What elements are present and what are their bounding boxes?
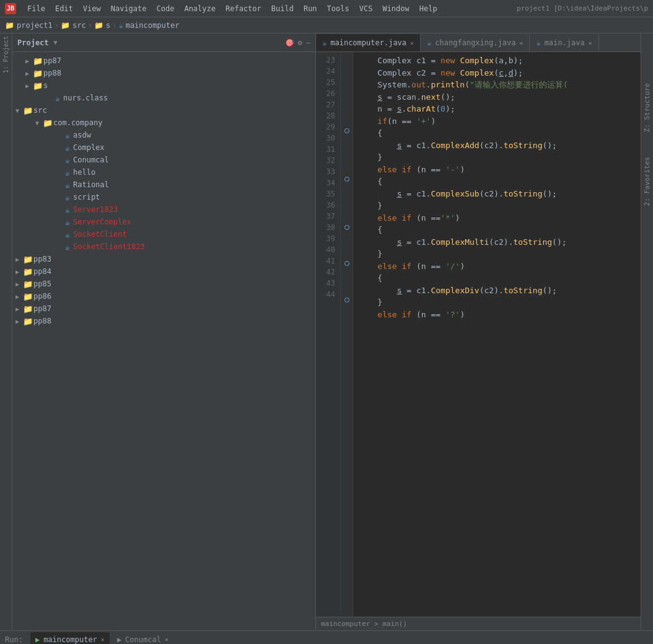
tree-label-src: src xyxy=(33,106,47,115)
tree-label-pp83: pp83 xyxy=(33,255,51,263)
menu-window[interactable]: Window xyxy=(377,3,414,14)
main-layout: 1: Project Project ▼ 🎯 ⚙ — ▶ 📁 pp87 ▶ 📁 xyxy=(0,33,653,630)
folder-icon-s: 📁 xyxy=(32,81,43,90)
menu-edit[interactable]: Edit xyxy=(50,3,78,14)
class-icon-asdw: ☕ xyxy=(62,131,73,140)
tree-item-server1823[interactable]: ☕ Server1823 xyxy=(12,203,315,216)
folder-icon-src: 📁 xyxy=(22,106,33,115)
breadcrumb-project[interactable]: 📁 project1 xyxy=(5,21,53,30)
tree-item-socketclient[interactable]: ☕ SocketClient xyxy=(12,228,315,240)
sidebar-label-favorites[interactable]: 2: Favorites xyxy=(643,157,651,206)
tree-item-complex[interactable]: ☕ Complex xyxy=(12,141,315,154)
class-icon-hello: ☕ xyxy=(62,168,73,177)
locate-icon[interactable]: 🎯 xyxy=(285,38,294,47)
tree-item-script[interactable]: ☕ script xyxy=(12,191,315,203)
folder-icon-pp83: 📁 xyxy=(22,255,33,264)
code-line-28: if(n == '+') xyxy=(358,115,636,128)
run-tab-maincomputer[interactable]: ▶ maincomputer ✕ xyxy=(30,632,110,645)
tree-label-pp84: pp84 xyxy=(33,267,51,276)
tree-item-s[interactable]: ▶ 📁 s xyxy=(12,79,315,92)
tree-item-pp85[interactable]: ▶ 📁 pp85 xyxy=(12,278,315,290)
menu-refactor[interactable]: Refactor xyxy=(221,3,266,14)
tree-label-servercomplex: ServerComplex xyxy=(73,218,131,226)
tree-item-pp87-top[interactable]: ▶ 📁 pp87 xyxy=(12,55,315,67)
tree-item-socketclient1823[interactable]: ☕ SocketClient1823 xyxy=(12,240,315,253)
menu-tools[interactable]: Tools xyxy=(322,3,354,14)
settings-icon[interactable]: ⚙ xyxy=(298,38,302,47)
code-line-25: System.out.println("请输入你想要进行的运算( xyxy=(358,79,636,91)
tree-item-com-company[interactable]: ▼ 📁 com.company xyxy=(12,117,315,129)
tab-maincomputer-icon: ☕ xyxy=(322,38,326,47)
code-editor[interactable]: Complex c1 = new Complex(a,b); Complex c… xyxy=(353,52,641,617)
code-line-43: } xyxy=(358,296,636,309)
tab-changfangxing[interactable]: ☕ changfangxing.java ✕ xyxy=(421,34,530,51)
tree-item-hello[interactable]: ☕ hello xyxy=(12,166,315,179)
src-folder-icon: 📁 xyxy=(61,21,70,30)
run-tab-conumcal[interactable]: ▶ Conumcal ✕ xyxy=(112,632,173,645)
tree-item-src[interactable]: ▼ 📁 src xyxy=(12,104,315,117)
folder-icon-pp86: 📁 xyxy=(22,292,33,301)
tab-maincomputer[interactable]: ☕ maincomputer.java ✕ xyxy=(316,34,421,51)
tree-item-pp83[interactable]: ▶ 📁 pp83 xyxy=(12,253,315,265)
tree-label-s: s xyxy=(43,81,48,90)
tree-item-servercomplex[interactable]: ☕ ServerComplex xyxy=(12,216,315,228)
class-icon-socketclient1823: ☕ xyxy=(62,242,73,252)
editor-breadcrumb: maincomputer > main() xyxy=(316,617,641,630)
tree-label-pp88-bottom: pp88 xyxy=(33,317,51,325)
project-tree: ▶ 📁 pp87 ▶ 📁 pp88 ▶ 📁 s ☕ nurs.class xyxy=(12,52,315,630)
tree-item-pp88-top[interactable]: ▶ 📁 pp88 xyxy=(12,67,315,79)
menu-help[interactable]: Help xyxy=(414,3,442,14)
menu-analyze[interactable]: Analyze xyxy=(179,3,221,14)
breadcrumb-sep3: › xyxy=(112,21,116,30)
tree-item-rational[interactable]: ☕ Rational xyxy=(12,179,315,191)
menu-build[interactable]: Build xyxy=(266,3,299,14)
breadcrumb-src[interactable]: 📁 src xyxy=(61,21,86,30)
line-numbers: 23 24 25 26 27 28 29 30 31 32 33 34 35 3… xyxy=(316,52,341,617)
run-label: Run: xyxy=(5,635,23,644)
tree-label-pp86: pp86 xyxy=(33,292,51,301)
code-line-27: n = s.charAt(0); xyxy=(358,103,636,115)
project-title: Project xyxy=(17,38,49,47)
project-dropdown-icon[interactable]: ▼ xyxy=(54,39,58,46)
tree-item-pp84[interactable]: ▶ 📁 pp84 xyxy=(12,265,315,278)
project-folder-icon: 📁 xyxy=(5,21,14,30)
maincomputer-icon: ☕ xyxy=(118,21,123,30)
tab-main-close[interactable]: ✕ xyxy=(589,40,592,46)
tab-maincomputer-close[interactable]: ✕ xyxy=(410,40,414,46)
code-line-38: s = c1.ComplexMulti(c2).toString(); xyxy=(358,236,636,249)
tree-item-conumcal[interactable]: ☕ Conumcal xyxy=(12,154,315,166)
s-folder-icon: 📁 xyxy=(94,21,103,30)
menu-code[interactable]: Code xyxy=(152,3,180,14)
run-tab-conumcal-close[interactable]: ✕ xyxy=(165,636,169,643)
sidebar-label-structure[interactable]: Z: Structure xyxy=(643,83,651,132)
menubar: JB File Edit View Navigate Code Analyze … xyxy=(0,0,653,17)
breadcrumb-s[interactable]: 📁 s xyxy=(94,21,110,30)
tree-item-pp88-bottom[interactable]: ▶ 📁 pp88 xyxy=(12,315,315,327)
tab-changfangxing-icon: ☕ xyxy=(427,38,431,47)
menu-file[interactable]: File xyxy=(22,3,50,14)
class-icon-conumcal: ☕ xyxy=(62,156,73,165)
tree-item-pp86[interactable]: ▶ 📁 pp86 xyxy=(12,290,315,302)
code-line-33: { xyxy=(358,175,636,188)
folder-icon-pp88-top: 📁 xyxy=(32,69,43,78)
tree-item-pp87-bottom[interactable]: ▶ 📁 pp87 xyxy=(12,302,315,315)
left-icon-1[interactable]: 1: Project xyxy=(2,36,9,73)
tab-main[interactable]: ☕ main.java ✕ xyxy=(530,34,598,51)
menu-navigate[interactable]: Navigate xyxy=(106,3,152,14)
folder-icon-pp87-bottom: 📁 xyxy=(22,304,33,314)
menu-view[interactable]: View xyxy=(78,3,106,14)
minimize-icon[interactable]: — xyxy=(306,38,310,47)
breadcrumb-maincomputer[interactable]: ☕ maincomputer xyxy=(118,21,179,30)
menu-vcs[interactable]: VCS xyxy=(354,3,378,14)
tree-label-nurs: nurs.class xyxy=(63,94,108,102)
class-icon-complex: ☕ xyxy=(62,143,73,152)
menu-run[interactable]: Run xyxy=(299,3,322,14)
tab-changfangxing-close[interactable]: ✕ xyxy=(519,40,523,46)
run-tab-maincomputer-close[interactable]: ✕ xyxy=(101,636,105,643)
folder-icon-pp88-bottom: 📁 xyxy=(22,317,33,326)
class-icon-script: ☕ xyxy=(62,193,73,202)
tree-item-asdw[interactable]: ☕ asdw xyxy=(12,129,315,141)
code-line-44: else if (n == '?') xyxy=(358,309,636,321)
tree-item-nurs[interactable]: ☕ nurs.class xyxy=(12,92,315,104)
tab-changfangxing-label: changfangxing.java xyxy=(435,38,515,47)
